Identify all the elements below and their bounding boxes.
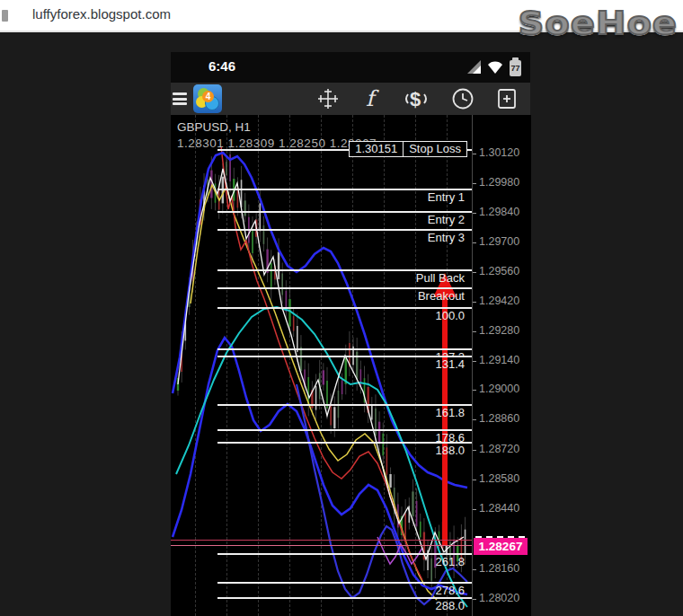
price-axis-label: 1.28720 [479,443,519,455]
axis-tick [473,213,476,214]
chart-plot-area[interactable]: GBPUSD, H1 1.28301 1.28309 1.28250 1.282… [171,115,472,616]
level-label: 188.0 [435,444,465,457]
level-line[interactable] [217,582,472,584]
price-axis-label: 1.28160 [479,562,519,575]
axis-tick [473,154,476,154]
axis-tick [473,509,476,510]
price-axis-label: 1.28020 [479,592,519,604]
axis-tick [473,183,476,184]
level-line[interactable] [217,553,472,555]
price-axis-label: 1.29560 [479,265,519,277]
axis-tick [473,599,476,600]
level-label: Entry 3 [428,231,465,244]
level-line[interactable] [217,189,472,190]
level-label: 278.6 [435,584,465,597]
stop-loss-price: 1.30151 [350,142,403,156]
level-line[interactable] [217,307,472,309]
level-line[interactable] [217,269,472,271]
level-label: Pull Back [416,271,465,285]
price-chart[interactable]: GBPUSD, H1 1.28301 1.28309 1.28250 1.282… [171,115,530,616]
price-axis-label: 1.29000 [479,383,519,395]
level-label: 261.8 [435,555,465,568]
level-line[interactable] [217,229,472,231]
stop-loss-label[interactable]: 1.30151Stop Loss [349,141,467,157]
history-icon[interactable] [451,87,475,110]
watermark-logo: SoeHoe [518,4,678,40]
axis-tick [473,480,476,480]
level-label: Entry 2 [428,213,465,226]
status-bar: 6:46 77 [171,52,530,83]
axis-tick [473,272,476,273]
trade-icon[interactable]: $ [403,87,430,110]
bid-ask-line [171,540,472,541]
axis-tick [473,569,476,570]
browser-icon-fragment [2,10,8,22]
wifi-icon [487,60,503,75]
price-axis-label: 1.28440 [479,502,519,515]
level-line[interactable] [217,348,472,350]
axis-tick [473,242,476,243]
chart-symbol-timeframe: GBPUSD, H1 [177,120,251,134]
clock-time: 6:46 [208,58,235,74]
chart-ohlc-values: 1.28301 1.28309 1.28250 1.28267 [177,136,377,150]
price-axis[interactable]: 1.301201.299801.298401.297001.295601.294… [472,115,531,616]
battery-icon: 77 [510,60,521,76]
bid-ask-line [171,545,472,546]
level-line[interactable] [217,429,472,431]
price-axis-label: 1.28860 [479,412,519,425]
level-label: Breakout [418,289,465,303]
svg-text:f: f [366,87,379,110]
stop-loss-text: Stop Loss [403,142,466,156]
level-label: Entry 1 [428,190,465,204]
level-label: 131.4 [435,357,465,371]
svg-text:$: $ [410,88,421,110]
level-line[interactable] [217,211,472,213]
level-line[interactable] [217,442,472,444]
price-axis-label: 1.30120 [479,146,519,159]
level-line[interactable] [217,356,472,357]
price-axis-label: 1.29700 [479,235,519,248]
level-line[interactable] [217,287,472,289]
price-axis-label: 1.29140 [479,354,519,366]
level-line[interactable] [217,597,472,599]
level-label: 288.0 [435,599,465,612]
price-axis-label: 1.29840 [479,206,519,218]
app-toolbar: 4 f $ [171,83,530,115]
indicators-icon[interactable]: f [361,87,381,110]
price-axis-label: 1.29280 [479,324,519,337]
price-axis-label: 1.29980 [479,176,519,189]
axis-tick [473,302,476,303]
axis-tick [473,361,476,362]
menu-icon[interactable] [173,92,187,105]
axis-tick [473,419,476,420]
axis-tick [473,390,476,391]
level-label: 100.0 [435,309,465,322]
crosshair-icon[interactable] [316,87,340,110]
new-order-icon[interactable] [496,87,518,110]
signal-icon [466,60,481,75]
mt4-app-icon[interactable]: 4 [193,84,222,113]
level-label: 161.8 [435,406,465,419]
current-price-box: 1.28267 [474,538,528,555]
price-axis-label: 1.29420 [479,295,519,307]
address-url[interactable]: luffyforex.blogspot.com [32,6,171,22]
phone-screenshot: 6:46 77 4 f [171,52,530,616]
level-line[interactable] [217,404,472,406]
price-axis-label: 1.28580 [479,472,519,485]
axis-tick [473,450,476,451]
battery-percent: 77 [510,64,521,73]
axis-tick [473,331,476,332]
screenshot-root: { "browser": { "url": "luffyforex.blogsp… [0,0,683,616]
